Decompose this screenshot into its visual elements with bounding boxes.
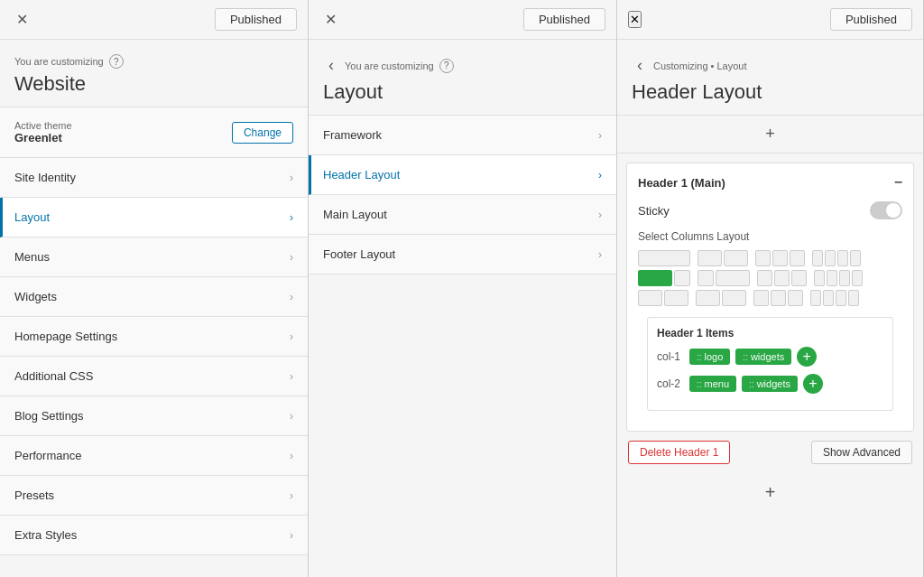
collapse-icon[interactable]: − [894,174,902,191]
panel-3-header: ✕ Published [617,0,923,40]
drag-handle-icon: :: [743,352,748,362]
col-layout-4cols-v3[interactable] [810,290,859,306]
panel-3-breadcrumb: ‹ Customizing • Layout [632,54,909,77]
sidebar-item-performance[interactable]: Performance › [0,436,308,476]
layout-item-framework[interactable]: Framework › [309,116,616,155]
columns-row-2 [638,270,902,286]
chevron-right-icon: › [598,248,602,261]
header-1-footer-actions: Delete Header 1 Show Advanced [626,441,914,464]
col-layout-4equal[interactable] [812,250,861,266]
col-layout-2-3rd-1-3rd[interactable] [638,270,690,286]
col-1-label: col-1 [657,350,684,363]
panel-2-close-button[interactable]: ✕ [319,9,342,30]
panel-3-content: + Header 1 (Main) − Sticky Select Column… [617,116,923,577]
header-block-title: Header 1 (Main) − [638,174,902,191]
columns-row-1 [638,250,902,266]
sidebar-item-site-identity[interactable]: Site Identity › [0,158,308,198]
columns-row-3 [638,290,902,306]
panel-3-title: Header Layout [632,80,909,104]
panel-3-back-button[interactable]: ‹ [632,54,648,77]
panel-2-title-area: ‹ You are customizing ? Layout [309,40,616,116]
sidebar-item-layout[interactable]: Layout › [0,198,308,237]
col-layout-2cols-v3[interactable] [638,290,688,306]
add-col1-item-button[interactable]: + [797,347,817,367]
sidebar-item-widgets[interactable]: Widgets › [0,277,308,317]
show-advanced-button[interactable]: Show Advanced [811,441,912,464]
chevron-right-icon: › [290,529,293,542]
col-layout-4cols-v2[interactable] [814,270,863,286]
col-layout-3cols-v2[interactable] [757,270,807,286]
panel-2-title: Layout [323,80,602,104]
panel-1-close-button[interactable]: ✕ [11,9,33,30]
columns-label: Select Columns Layout [638,230,902,243]
add-header-top-button[interactable]: + [617,116,923,154]
chevron-right-icon: › [290,410,293,423]
chevron-right-icon: › [290,330,293,343]
active-theme-box: Active theme Greenlet Change [0,107,308,158]
col-2-row: col-2 :: menu :: widgets + [657,374,883,394]
sidebar-item-additional-css[interactable]: Additional CSS › [0,357,308,396]
sticky-row: Sticky [638,201,902,219]
chevron-right-icon: › [290,370,293,383]
col-layout-2equal[interactable] [698,250,748,266]
add-header-bottom-button[interactable]: + [617,473,923,512]
panel-1-header: ✕ Published [0,0,308,40]
panel-1-title: Website [14,72,293,96]
panel-1-subtitle: You are customizing ? [14,54,293,69]
header-1-block: Header 1 (Main) − Sticky Select Columns … [626,163,914,432]
chevron-right-icon: › [598,209,602,221]
columns-grid [638,250,902,306]
sidebar-item-blog-settings[interactable]: Blog Settings › [0,396,308,436]
col-layout-2cols-v4[interactable] [696,290,746,306]
chevron-right-icon: › [290,172,293,184]
panel-2-back-button[interactable]: ‹ [323,54,339,77]
chevron-right-icon: › [598,169,602,181]
chevron-right-icon: › [290,211,293,224]
sticky-label: Sticky [638,204,670,218]
panel-3-title-area: ‹ Customizing • Layout Header Layout [617,40,923,116]
menu-chip[interactable]: :: menu [689,376,736,392]
sidebar-item-extra-styles[interactable]: Extra Styles › [0,516,308,555]
header-1-items-section: Header 1 Items col-1 :: logo :: widgets … [647,317,893,411]
change-theme-button[interactable]: Change [232,122,293,144]
active-theme-name: Greenlet [14,131,72,144]
chevron-right-icon: › [290,489,293,502]
panel-1: ✕ Published You are customizing ? Websit… [0,0,309,577]
chevron-right-icon: › [598,129,602,142]
panel-3-close-button[interactable]: ✕ [628,11,642,28]
sidebar-item-presets[interactable]: Presets › [0,476,308,516]
logo-chip[interactable]: :: logo [689,349,730,365]
panel-3-published-button[interactable]: Published [830,8,912,31]
panel-1-published-button[interactable]: Published [215,8,297,31]
col-layout-1-3rd-2-3rd[interactable] [698,270,750,286]
drag-handle-icon: :: [749,379,754,389]
sidebar-item-menus[interactable]: Menus › [0,237,308,277]
widgets-chip-col1[interactable]: :: widgets [735,349,791,365]
panel-1-help-icon[interactable]: ? [109,54,124,69]
add-col2-item-button[interactable]: + [803,374,823,394]
widgets-chip-col2[interactable]: :: widgets [742,376,798,392]
layout-item-header-layout[interactable]: Header Layout › [309,155,616,195]
layout-item-footer-layout[interactable]: Footer Layout › [309,235,616,275]
col-layout-1full[interactable] [638,250,690,266]
chevron-right-icon: › [290,291,293,303]
col-layout-3equal[interactable] [755,250,805,266]
panel-3: ✕ Published ‹ Customizing • Layout Heade… [617,0,924,577]
panel-1-content: Active theme Greenlet Change Site Identi… [0,107,308,577]
drag-handle-icon: :: [697,379,702,389]
panel-2-published-button[interactable]: Published [523,8,605,31]
delete-header-button[interactable]: Delete Header 1 [628,441,730,464]
sidebar-item-homepage-settings[interactable]: Homepage Settings › [0,317,308,357]
active-theme-label: Active theme [14,120,72,131]
col-layout-3cols-v3[interactable] [753,290,803,306]
panel-2-help-icon[interactable]: ? [439,59,454,73]
header-1-items-title: Header 1 Items [657,327,883,340]
panel-2: ✕ Published ‹ You are customizing ? Layo… [309,0,617,577]
drag-handle-icon: :: [697,352,702,362]
layout-item-main-layout[interactable]: Main Layout › [309,195,616,235]
col-2-label: col-2 [657,377,684,390]
panel-2-header: ✕ Published [309,0,616,40]
panel-2-content: Framework › Header Layout › Main Layout … [309,116,616,577]
panel-1-title-area: You are customizing ? Website [0,40,308,107]
sticky-toggle[interactable] [870,201,902,219]
